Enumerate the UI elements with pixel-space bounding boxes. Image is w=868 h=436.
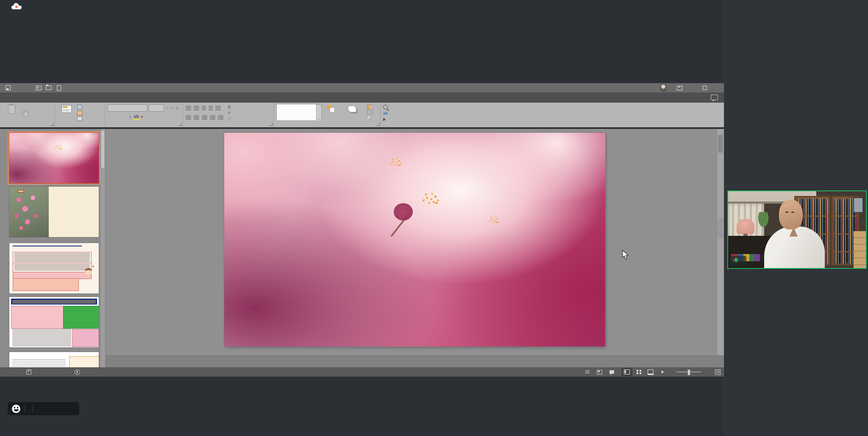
quick-access-toolbar (0, 85, 72, 91)
thumbnails-scrollbar[interactable] (100, 129, 105, 367)
slideshow-view-button[interactable] (657, 368, 668, 376)
comments-button[interactable] (609, 370, 616, 374)
text-lines (12, 358, 66, 367)
shape-outline-button[interactable] (367, 110, 376, 115)
redo-icon[interactable] (25, 85, 31, 91)
slide1-thumb-background (9, 133, 99, 183)
text-highlight-button[interactable]: ab (133, 114, 140, 120)
display-settings-button[interactable] (597, 370, 604, 375)
chat-input-bar[interactable] (8, 402, 79, 415)
ribbon-display-options-button[interactable] (673, 83, 686, 92)
dialog-launcher-icon[interactable] (50, 123, 54, 126)
decrease-indent-icon[interactable] (202, 106, 206, 110)
scrollbar-thumb[interactable] (718, 135, 723, 153)
restore-button[interactable] (698, 83, 711, 92)
paste-icon (8, 105, 15, 114)
align-right-icon[interactable] (202, 115, 207, 120)
emoji-icon[interactable] (12, 405, 20, 413)
shape-fill-button[interactable] (367, 104, 376, 110)
normal-view-button[interactable] (621, 368, 632, 376)
new-document-icon[interactable] (56, 85, 62, 91)
slide-canvas[interactable] (224, 133, 605, 347)
bullets-icon[interactable] (186, 106, 191, 110)
slide-thumbnail-5[interactable] (9, 352, 99, 367)
slide-thumbnail-1[interactable] (9, 133, 99, 183)
quick-styles-icon (348, 106, 356, 112)
paste-button[interactable] (3, 104, 20, 122)
shapes-gallery[interactable]: ▿ (276, 104, 317, 121)
slide-sorter-view-button[interactable] (633, 368, 644, 376)
arrange-button[interactable] (325, 104, 337, 112)
find-button[interactable] (383, 104, 405, 110)
plum-blossom-photo (9, 187, 49, 237)
save-icon[interactable] (5, 85, 11, 91)
fit-to-window-icon[interactable] (715, 369, 721, 375)
justify-icon[interactable] (210, 115, 215, 120)
character-spacing-button[interactable]: ↔ (122, 115, 127, 118)
slide3-header (13, 246, 81, 246)
editor-scrollbar[interactable] (717, 129, 724, 355)
numbering-icon[interactable] (194, 106, 199, 110)
layout-button[interactable] (77, 104, 86, 110)
view-switcher (621, 368, 668, 376)
select-button[interactable] (383, 117, 405, 122)
font-name-combo[interactable] (108, 104, 147, 112)
change-case-button[interactable]: ▾ (128, 115, 132, 119)
accessibility-status[interactable] (75, 367, 82, 377)
font-size-combo[interactable] (149, 104, 164, 112)
new-slide-button[interactable] (58, 104, 75, 122)
slide-thumbnail-4[interactable] (9, 297, 99, 347)
section-button[interactable] (77, 116, 86, 121)
screen: ˄ ˅ A̷ ↔ ▾ ab (0, 0, 868, 436)
quick-styles-button[interactable] (345, 104, 359, 112)
shrink-font-button[interactable]: ˅ (170, 106, 173, 109)
shapes-gallery-scroll[interactable]: ▿ (316, 104, 322, 122)
text-box (72, 329, 99, 347)
minimize-button[interactable] (686, 83, 698, 92)
reading-view-button[interactable] (645, 368, 656, 376)
notes-toggle-button[interactable] (585, 370, 591, 374)
zoom-slider[interactable] (676, 372, 701, 372)
dialog-launcher-icon[interactable] (376, 123, 379, 126)
smartart-icon: ◫ (227, 116, 232, 120)
slideshow-from-start-icon[interactable] (36, 85, 42, 91)
columns-icon[interactable] (218, 115, 223, 120)
ribbon-group-font: ˄ ˅ A̷ ↔ ▾ ab (105, 103, 183, 127)
line-spacing-icon[interactable] (215, 106, 221, 110)
font-color-button[interactable] (141, 116, 143, 117)
align-text-button[interactable]: ≡ (227, 110, 235, 115)
account-avatar[interactable] (659, 84, 667, 92)
reset-icon (77, 111, 82, 115)
sidebar-collapse-button[interactable] (717, 218, 723, 238)
close-button[interactable] (711, 83, 724, 92)
dialog-launcher-icon[interactable] (269, 123, 273, 126)
drawer-unit (854, 231, 866, 268)
quick-access-more-icon[interactable] (66, 85, 72, 91)
shape-effects-button[interactable] (367, 115, 376, 121)
replace-button[interactable]: ab (383, 111, 405, 116)
undo-icon[interactable] (15, 85, 21, 91)
dialog-launcher-icon[interactable] (178, 123, 182, 126)
ink-icon[interactable] (26, 367, 31, 377)
notes-pane[interactable] (105, 355, 724, 368)
align-left-icon[interactable] (186, 115, 191, 120)
slide-thumbnails-panel: ? (0, 129, 105, 367)
text-direction-button[interactable]: ⇅ (227, 104, 235, 110)
cut-button[interactable] (22, 104, 31, 110)
zoom-slider-handle[interactable] (687, 369, 690, 375)
webcam-video[interactable] (727, 190, 867, 269)
convert-smartart-button[interactable]: ◫ (227, 115, 235, 121)
slide2-title (17, 190, 24, 193)
slide-thumbnail-3[interactable]: ? (9, 243, 99, 293)
align-center-icon[interactable] (194, 115, 199, 120)
open-file-icon[interactable] (46, 85, 52, 91)
grow-font-button[interactable]: ˄ (165, 106, 169, 109)
comments-icon[interactable] (711, 95, 718, 100)
microphone-icon (734, 258, 738, 264)
ribbon-tab-row (0, 92, 724, 103)
slide-thumbnail-2[interactable] (9, 187, 99, 237)
increase-indent-icon[interactable] (209, 106, 213, 110)
copy-button[interactable] (22, 110, 31, 116)
reset-button[interactable] (77, 110, 86, 116)
clear-formatting-button[interactable]: A̷ (175, 106, 179, 111)
